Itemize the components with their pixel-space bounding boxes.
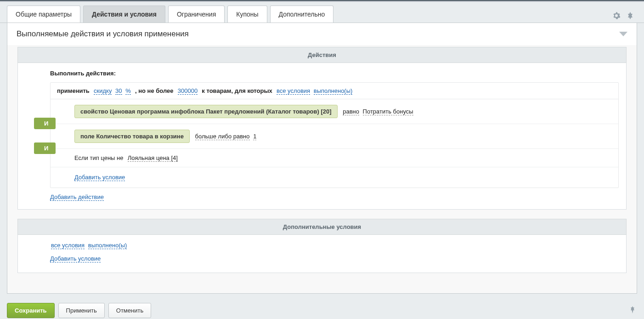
section-body-extra: все условия выполнено(ы) Добавить услови… bbox=[17, 235, 627, 273]
condition-row-1: свойство Ценовая программа инфоблока Пак… bbox=[51, 99, 618, 124]
cond2-field[interactable]: поле Количество товара в корзине bbox=[74, 130, 190, 143]
cond3-val[interactable]: Лояльная цена [4] bbox=[128, 154, 178, 162]
tab-actions[interactable]: Действия и условия bbox=[83, 6, 165, 23]
discount-type[interactable]: скидку bbox=[94, 87, 112, 95]
apply-text: применить bbox=[57, 87, 90, 94]
discount-amount[interactable]: 30 bbox=[115, 87, 122, 95]
pin-icon[interactable] bbox=[626, 11, 634, 20]
extra-all-cond[interactable]: все условия bbox=[51, 242, 85, 249]
extra-fulfilled[interactable]: выполнено(ы) bbox=[88, 242, 127, 249]
conj-badge-1[interactable]: И bbox=[34, 118, 56, 129]
section-body-actions: Выполнить действия: применить скидку 30 … bbox=[17, 63, 627, 210]
collapse-icon[interactable] bbox=[619, 32, 627, 36]
discount-limit[interactable]: 300000 bbox=[178, 87, 198, 95]
cond1-field[interactable]: свойство Ценовая программа инфоблока Пак… bbox=[74, 105, 338, 118]
cond1-op[interactable]: равно bbox=[343, 108, 359, 115]
add-condition-inner[interactable]: Добавить условие bbox=[74, 174, 125, 181]
add-action[interactable]: Добавить действие bbox=[50, 194, 104, 201]
add-condition-extra[interactable]: Добавить условие bbox=[50, 255, 101, 262]
conj-badge-2[interactable]: И bbox=[34, 142, 56, 154]
rule-block: применить скидку 30 % , но не более 3000… bbox=[50, 82, 619, 188]
condition-row-3: Если тип цены не Лояльная цена [4] bbox=[51, 149, 618, 167]
rule-head: применить скидку 30 % , но не более 3000… bbox=[51, 83, 618, 99]
to-goods-text: к товарам, для которых bbox=[202, 87, 272, 94]
panel-title: Выполняемые действия и условия применени… bbox=[17, 29, 189, 39]
cancel-button[interactable]: Отменить bbox=[108, 303, 151, 318]
save-button[interactable]: Сохранить bbox=[7, 303, 55, 318]
cond3-pre: Если тип цены не bbox=[74, 154, 123, 161]
tabs-bar: Общие параметры Действия и условия Огран… bbox=[0, 1, 644, 23]
apply-button[interactable]: Применить bbox=[58, 303, 105, 318]
pin-footer-icon[interactable] bbox=[630, 306, 637, 315]
tab-limits[interactable]: Ограничения bbox=[168, 6, 225, 23]
tab-extra[interactable]: Дополнительно bbox=[270, 6, 334, 23]
but-not-more: , но не более bbox=[135, 87, 174, 94]
section-head-extra: Дополнительные условия bbox=[17, 219, 627, 235]
section-head-actions: Действия bbox=[17, 47, 627, 63]
cond2-val[interactable]: 1 bbox=[253, 133, 256, 140]
condition-row-2: поле Количество товара в корзине больше … bbox=[51, 124, 618, 149]
tab-coupons[interactable]: Купоны bbox=[227, 6, 267, 23]
footer-bar: Сохранить Применить Отменить bbox=[7, 298, 637, 319]
cond2-op[interactable]: больше либо равно bbox=[195, 133, 250, 140]
execute-label: Выполнить действия: bbox=[19, 70, 619, 77]
fulfilled[interactable]: выполнено(ы) bbox=[314, 87, 353, 95]
gear-icon[interactable] bbox=[612, 11, 621, 20]
cond1-val[interactable]: Потратить бонусы bbox=[363, 108, 413, 115]
main-panel: Выполняемые действия и условия применени… bbox=[7, 23, 637, 294]
all-conditions[interactable]: все условия bbox=[277, 87, 310, 95]
discount-unit[interactable]: % bbox=[125, 87, 131, 95]
tab-general[interactable]: Общие параметры bbox=[7, 6, 80, 23]
